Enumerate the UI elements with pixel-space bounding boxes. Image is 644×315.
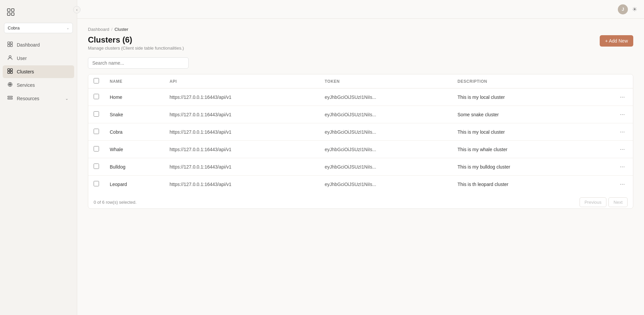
svg-rect-2 [7, 13, 10, 15]
table-row: Snake https://127.0.0.1:16443/api/v1 eyJ… [88, 106, 633, 123]
row-token-3: eyJhbGciOiJSUzI1NiIs... [319, 141, 452, 158]
row-description-5: This is th leopard cluster [452, 176, 588, 193]
row-token-4: eyJhbGciOiJSUzI1NiIs... [319, 158, 452, 176]
table-header-row: NAME API TOKEN DESCRIPTION [88, 74, 633, 88]
user-icon [7, 55, 13, 62]
logo-icon [5, 7, 16, 17]
sidebar-item-services[interactable]: Services [3, 79, 74, 91]
header-api: API [164, 74, 319, 88]
row-actions-button-3[interactable]: ··· [617, 145, 628, 153]
table-footer: 0 of 6 row(s) selected. Previous Next [88, 193, 633, 208]
row-checkbox-cell [88, 141, 104, 158]
row-checkbox-1[interactable] [94, 111, 99, 117]
page-title: Clusters (6) [88, 35, 184, 45]
svg-rect-3 [11, 13, 14, 15]
row-api-1: https://127.0.0.1:16443/api/v1 [164, 106, 319, 123]
row-name-5: Leopard [104, 176, 164, 193]
row-token-0: eyJhbGciOiJSUzI1NiIs... [319, 88, 452, 106]
row-api-0: https://127.0.0.1:16443/api/v1 [164, 88, 319, 106]
row-description-3: This is my whale cluster [452, 141, 588, 158]
svg-rect-6 [8, 45, 10, 47]
table-row: Whale https://127.0.0.1:16443/api/v1 eyJ… [88, 141, 633, 158]
add-new-button[interactable]: + Add New [600, 35, 633, 47]
page-header-left: Clusters (6) Manage clusters (Client sid… [88, 35, 184, 51]
row-count: 0 of 6 row(s) selected. [94, 200, 137, 205]
svg-rect-5 [10, 42, 12, 44]
row-checkbox-cell [88, 88, 104, 106]
header-description: DESCRIPTION [452, 74, 588, 88]
previous-button[interactable]: Previous [580, 197, 607, 207]
row-actions-5: ··· [588, 176, 633, 193]
topbar: J ☀ [77, 0, 644, 19]
svg-rect-17 [8, 96, 12, 97]
sidebar-item-label-clusters: Clusters [17, 69, 34, 74]
row-actions-button-0[interactable]: ··· [617, 93, 628, 101]
row-actions-0: ··· [588, 88, 633, 106]
row-description-2: This is my local cluster [452, 123, 588, 141]
breadcrumb-parent[interactable]: Dashboard [88, 27, 109, 32]
row-checkbox-4[interactable] [94, 164, 99, 169]
row-checkbox-5[interactable] [94, 181, 99, 186]
app-layout: Cobra ⌄ Dashboard User Clu [0, 0, 644, 315]
row-api-2: https://127.0.0.1:16443/api/v1 [164, 123, 319, 141]
sidebar-logo [0, 4, 77, 23]
sidebar-org: Cobra ⌄ [4, 23, 73, 33]
row-token-2: eyJhbGciOiJSUzI1NiIs... [319, 123, 452, 141]
table-row: Cobra https://127.0.0.1:16443/api/v1 eyJ… [88, 123, 633, 141]
row-api-5: https://127.0.0.1:16443/api/v1 [164, 176, 319, 193]
row-actions-2: ··· [588, 123, 633, 141]
header-name: NAME [104, 74, 164, 88]
theme-toggle-button[interactable]: ☀ [632, 6, 637, 13]
row-actions-3: ··· [588, 141, 633, 158]
row-checkbox-2[interactable] [94, 129, 99, 134]
resources-icon [7, 95, 13, 102]
org-chevron-icon: ⌄ [66, 26, 69, 30]
sidebar-item-user[interactable]: User [3, 52, 74, 65]
table-row: Bulldog https://127.0.0.1:16443/api/v1 e… [88, 158, 633, 176]
row-description-4: This is my bulldog cluster [452, 158, 588, 176]
row-checkbox-cell [88, 158, 104, 176]
sidebar-item-resources[interactable]: Resources ⌄ [3, 92, 74, 105]
row-checkbox-cell [88, 123, 104, 141]
sidebar-item-label-resources: Resources [17, 96, 39, 101]
table-row: Home https://127.0.0.1:16443/api/v1 eyJh… [88, 88, 633, 106]
svg-rect-11 [8, 71, 10, 73]
row-token-5: eyJhbGciOiJSUzI1NiIs... [319, 176, 452, 193]
header-token: TOKEN [319, 74, 452, 88]
table-row: Leopard https://127.0.0.1:16443/api/v1 e… [88, 176, 633, 193]
sidebar-item-label-dashboard: Dashboard [17, 42, 40, 48]
services-icon [7, 82, 13, 88]
row-api-3: https://127.0.0.1:16443/api/v1 [164, 141, 319, 158]
search-input[interactable] [88, 57, 189, 69]
svg-point-8 [9, 56, 11, 58]
svg-rect-0 [7, 9, 10, 11]
org-name: Cobra [8, 25, 19, 30]
row-checkbox-3[interactable] [94, 146, 99, 151]
row-actions-button-5[interactable]: ··· [617, 180, 628, 188]
sidebar-item-dashboard[interactable]: Dashboard [3, 39, 74, 51]
row-actions-button-1[interactable]: ··· [617, 110, 628, 119]
row-name-3: Whale [104, 141, 164, 158]
next-button[interactable]: Next [608, 197, 628, 207]
page-header: Clusters (6) Manage clusters (Client sid… [88, 35, 633, 51]
clusters-table: NAME API TOKEN DESCRIPTION [88, 74, 633, 193]
theme-icon: ☀ [632, 6, 637, 13]
svg-rect-12 [10, 71, 12, 73]
sidebar-item-clusters[interactable]: Clusters [3, 65, 74, 78]
breadcrumb-current: Cluster [114, 27, 128, 32]
select-all-checkbox[interactable] [94, 78, 99, 83]
row-actions-1: ··· [588, 106, 633, 123]
collapse-sidebar-button[interactable]: ‹ [73, 6, 81, 13]
row-checkbox-cell [88, 106, 104, 123]
search-bar [88, 57, 633, 69]
org-selector[interactable]: Cobra ⌄ [4, 23, 73, 33]
row-actions-button-4[interactable]: ··· [617, 163, 628, 171]
row-name-1: Snake [104, 106, 164, 123]
row-actions-button-2[interactable]: ··· [617, 128, 628, 136]
row-description-1: Some snake cluster [452, 106, 588, 123]
table-container: NAME API TOKEN DESCRIPTION [88, 74, 633, 209]
avatar[interactable]: J [618, 4, 628, 14]
row-api-4: https://127.0.0.1:16443/api/v1 [164, 158, 319, 176]
row-checkbox-0[interactable] [94, 94, 99, 99]
header-checkbox-col [88, 74, 104, 88]
